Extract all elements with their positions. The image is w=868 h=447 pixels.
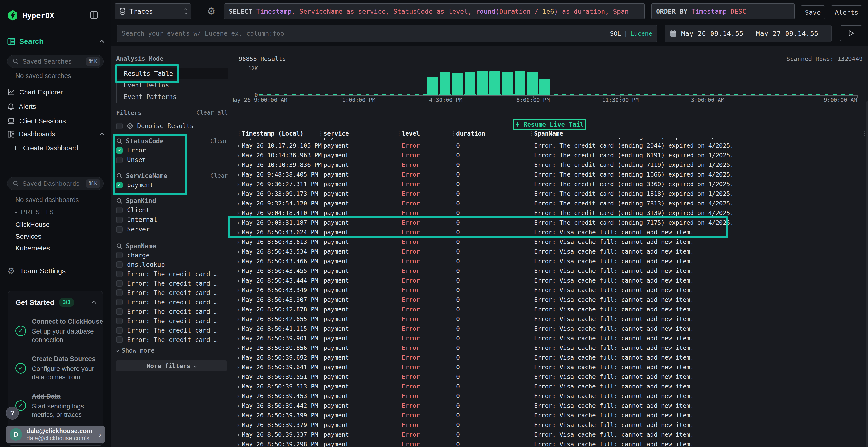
table-row-highlighted[interactable]: ›May 26 9:03:31.187 PMpaymentError0Error… — [233, 218, 868, 228]
row-expand-chevron-icon[interactable]: › — [237, 421, 240, 429]
create-dashboard-button[interactable]: + Create Dashboard — [13, 144, 78, 152]
table-row[interactable]: ›May 26 8:50:43.455 PMpaymentError0Error… — [233, 266, 868, 276]
table-row[interactable]: ›May 26 8:50:39.399 PMpaymentError0Error… — [233, 411, 868, 420]
source-settings-gear-icon[interactable]: ⚙ — [207, 6, 216, 16]
checkbox[interactable] — [116, 216, 123, 223]
get-started-item[interactable]: ✓Add DataStart sending logs, metrics, or… — [16, 392, 95, 419]
table-row[interactable]: ›May 26 9:48:38.405 PMpaymentError0Error… — [233, 170, 868, 180]
checkbox[interactable] — [116, 157, 123, 163]
denoise-toggle[interactable]: Denoise Results — [116, 122, 228, 130]
table-row[interactable]: ›May 26 8:50:43.534 PMpaymentError0Error… — [233, 247, 868, 257]
row-expand-chevron-icon[interactable]: › — [237, 190, 240, 198]
column-header-spanname[interactable]: SpanName — [534, 130, 563, 137]
table-row[interactable]: ›May 26 8:50:43.613 PMpaymentError0Error… — [233, 238, 868, 247]
checkbox[interactable] — [116, 299, 123, 305]
checkbox[interactable] — [116, 207, 123, 213]
checkbox[interactable] — [116, 308, 123, 315]
resume-live-tail-button[interactable]: Resume Live Tail — [513, 119, 586, 130]
filter-option-payment[interactable]: ✓payment — [116, 180, 228, 190]
table-row[interactable]: ›May 26 8:50:39.901 PMpaymentError0Error… — [233, 334, 868, 343]
checkbox[interactable] — [116, 261, 123, 268]
table-row[interactable]: ›May 26 8:50:39.453 PMpaymentError0Error… — [233, 391, 868, 401]
table-row[interactable]: ›May 26 9:32:54.120 PMpaymentError0Error… — [233, 199, 868, 209]
filter-option-error-the-credit-card[interactable]: Error: The credit card … — [116, 279, 228, 288]
row-expand-chevron-icon[interactable]: › — [237, 286, 240, 294]
checkbox[interactable] — [116, 289, 123, 296]
table-row[interactable]: ›May 26 10:17:29.105 PMpaymentError0Erro… — [233, 141, 868, 151]
column-header-service[interactable]: service — [323, 130, 349, 137]
sidebar-item-search[interactable]: Search — [0, 34, 111, 49]
analysis-mode-event-patterns[interactable]: Event Patterns — [116, 91, 228, 103]
checkbox[interactable] — [116, 252, 123, 259]
save-button[interactable]: Save — [801, 5, 825, 19]
table-row[interactable]: ›May 26 8:50:43.307 PMpaymentError0Error… — [233, 295, 868, 305]
table-row[interactable]: ›May 26 8:50:43.349 PMpaymentError0Error… — [233, 286, 868, 295]
saved-dashboards-input[interactable]: Saved Dashboards ⌘K — [7, 177, 104, 190]
column-drag-handle[interactable]: ⋮ — [451, 130, 457, 137]
row-expand-chevron-icon[interactable]: › — [237, 277, 240, 284]
row-expand-chevron-icon[interactable]: › — [237, 209, 240, 217]
row-expand-chevron-icon[interactable]: › — [237, 248, 240, 255]
table-row[interactable]: ›May 26 8:50:39.379 PMpaymentError0Error… — [233, 420, 868, 430]
row-expand-chevron-icon[interactable]: › — [237, 200, 240, 207]
date-range-picker[interactable]: May 26 09:14:55 - May 27 09:14:55 — [664, 25, 832, 42]
row-expand-chevron-icon[interactable]: › — [237, 412, 240, 419]
row-expand-chevron-icon[interactable]: › — [237, 142, 240, 149]
column-drag-handle[interactable]: ⋮ — [396, 130, 402, 137]
sql-select-input[interactable]: SELECT Timestamp, ServiceName as service… — [224, 3, 645, 19]
lucene-mode-button[interactable]: Lucene — [630, 30, 652, 37]
chevron-up-icon[interactable] — [99, 133, 104, 137]
checkbox[interactable] — [116, 226, 123, 233]
table-row[interactable]: ›May 26 8:50:39.551 PMpaymentError0Error… — [233, 372, 868, 382]
row-expand-chevron-icon[interactable]: › — [237, 219, 240, 227]
column-drag-handle[interactable]: ⋮ — [528, 130, 534, 137]
column-drag-handle[interactable]: ⋮ — [318, 130, 324, 137]
sidebar-item-dashboards[interactable]: Dashboards — [0, 128, 111, 140]
filter-option-charge[interactable]: charge — [116, 250, 228, 260]
checkbox[interactable] — [116, 280, 123, 286]
row-expand-chevron-icon[interactable]: › — [237, 267, 240, 275]
row-expand-chevron-icon[interactable]: › — [237, 181, 240, 188]
sidebar-item-kubernetes[interactable]: Kubernetes — [16, 242, 97, 254]
filter-option-error-the-credit-card[interactable]: Error: The credit card … — [116, 269, 228, 279]
sidebar-item-client-sessions[interactable]: Client Sessions — [0, 114, 111, 128]
checkbox[interactable]: ✓ — [116, 147, 123, 153]
presets-toggle[interactable]: PRESETS — [15, 209, 54, 215]
table-row[interactable]: ›May 26 10:14:36.963 PMpaymentError0Erro… — [233, 151, 868, 161]
column-header-timestamp-local[interactable]: Timestamp (Local) — [242, 130, 304, 137]
sql-mode-button[interactable]: SQL — [610, 30, 621, 37]
sidebar-item-services[interactable]: Services — [16, 231, 97, 242]
filter-option-error-the-credit-card[interactable]: Error: The credit card … — [116, 298, 228, 307]
filter-option-server[interactable]: Server — [116, 225, 228, 234]
show-more-button[interactable]: Show more — [116, 346, 228, 354]
user-menu[interactable]: D dale@clickhouse.com dale@clickhouse.co… — [6, 426, 105, 443]
chevron-up-icon[interactable] — [91, 301, 96, 306]
checkbox[interactable]: ✓ — [116, 182, 123, 188]
sidebar-item-alerts[interactable]: Alerts — [0, 100, 111, 114]
column-header-level[interactable]: level — [402, 130, 420, 137]
table-row[interactable]: ›May 26 10:10:39.836 PMpaymentError0Erro… — [233, 161, 868, 170]
table-row[interactable]: ›May 26 8:50:39.692 PMpaymentError0Error… — [233, 353, 868, 363]
filter-option-error-the-credit-card[interactable]: Error: The credit card … — [116, 307, 228, 316]
clear-filter-button[interactable]: Clear — [211, 172, 228, 179]
checkbox[interactable] — [116, 337, 123, 343]
table-scrollbar[interactable] — [866, 101, 868, 447]
row-expand-chevron-icon[interactable]: › — [237, 335, 240, 342]
table-row[interactable]: ›May 26 8:50:43.466 PMpaymentError0Error… — [233, 257, 868, 266]
row-expand-chevron-icon[interactable]: › — [237, 138, 240, 140]
filter-option-error-the-credit-card[interactable]: Error: The credit card … — [116, 288, 228, 298]
row-expand-chevron-icon[interactable]: › — [237, 161, 240, 169]
source-select[interactable]: Traces — [115, 3, 191, 19]
saved-searches-input[interactable]: Saved Searches ⌘K — [7, 55, 104, 68]
table-row[interactable]: ›May 26 8:50:41.115 PMpaymentError0Error… — [233, 324, 868, 334]
filter-option-client[interactable]: Client — [116, 205, 228, 215]
table-row[interactable]: ›May 26 8:50:39.442 PMpaymentError0Error… — [233, 401, 868, 411]
event-search-input[interactable]: Search your events w/ Lucene ex. column:… — [117, 25, 657, 42]
get-started-item[interactable]: ✓Create Data SourcesConfigure where your… — [16, 355, 95, 381]
row-expand-chevron-icon[interactable]: › — [237, 392, 240, 400]
table-row[interactable]: ›May 26 9:36:27.311 PMpaymentError0Error… — [233, 180, 868, 189]
row-expand-chevron-icon[interactable]: › — [237, 431, 240, 438]
table-row[interactable]: ›May 26 9:04:18.410 PMpaymentError0Error… — [233, 209, 868, 218]
row-expand-chevron-icon[interactable]: › — [237, 354, 240, 361]
table-row[interactable]: ›May 26 8:50:39.337 PMpaymentError0Error… — [233, 430, 868, 440]
